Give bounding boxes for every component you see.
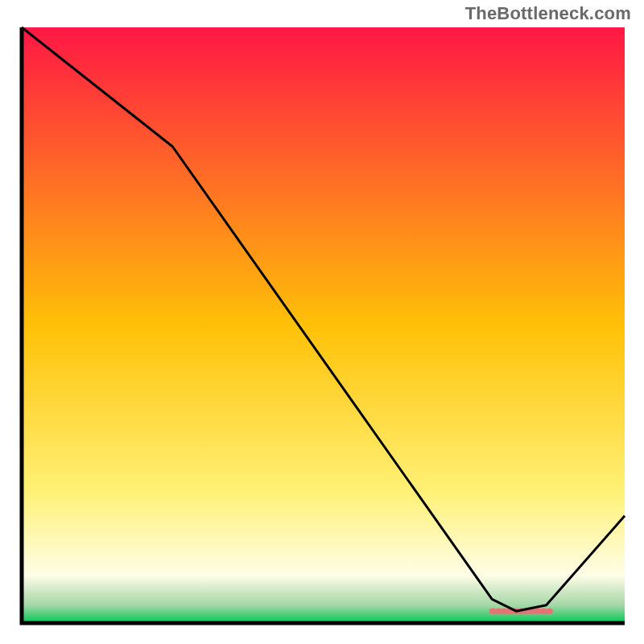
watermark-text: TheBottleneck.com bbox=[465, 3, 631, 24]
bottleneck-chart bbox=[18, 26, 626, 628]
chart-background bbox=[22, 27, 625, 623]
chart-svg bbox=[18, 26, 626, 628]
